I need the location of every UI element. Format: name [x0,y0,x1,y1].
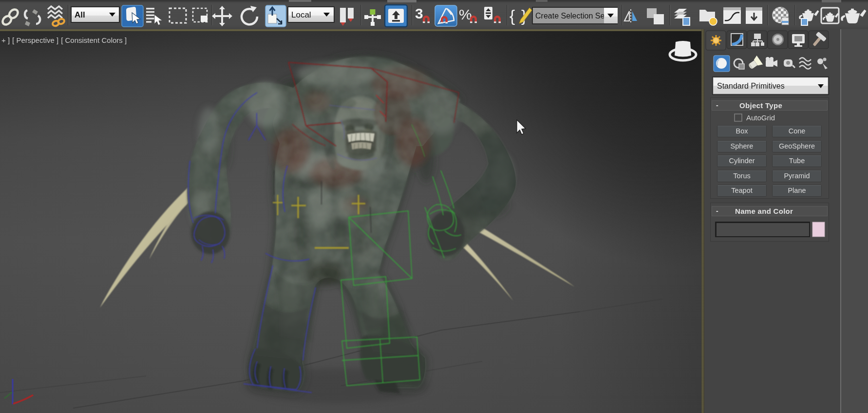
svg-text:Local: Local [291,10,311,19]
svg-text:Pyramid: Pyramid [784,172,810,180]
svg-text:Plane: Plane [788,187,806,194]
svg-text:AutoGrid: AutoGrid [746,113,775,122]
svg-text:%: % [459,6,472,22]
svg-text:GeoSphere: GeoSphere [779,142,815,150]
svg-text:Object Type: Object Type [739,101,782,110]
svg-text:Cylinder: Cylinder [729,157,755,165]
svg-text:-: - [716,207,718,215]
svg-text:Torus: Torus [733,172,750,180]
svg-text:Sphere: Sphere [731,142,754,150]
svg-text:Tube: Tube [789,157,805,165]
svg-text:3: 3 [415,5,423,21]
svg-text:Create Selection Se: Create Selection Se [535,12,604,20]
svg-text:Standard Primitives: Standard Primitives [717,82,785,90]
svg-text:Cone: Cone [789,127,806,135]
svg-text:Teapot: Teapot [731,187,753,194]
svg-text:Name and Color: Name and Color [735,207,793,215]
svg-text:All: All [75,10,85,19]
svg-text:Box: Box [736,127,749,135]
svg-text:-: - [716,101,718,109]
svg-text:+ ] [ Perspective ] [ Consiste: + ] [ Perspective ] [ Consistent Colors … [1,36,127,44]
svg-text:{: { [509,6,515,25]
